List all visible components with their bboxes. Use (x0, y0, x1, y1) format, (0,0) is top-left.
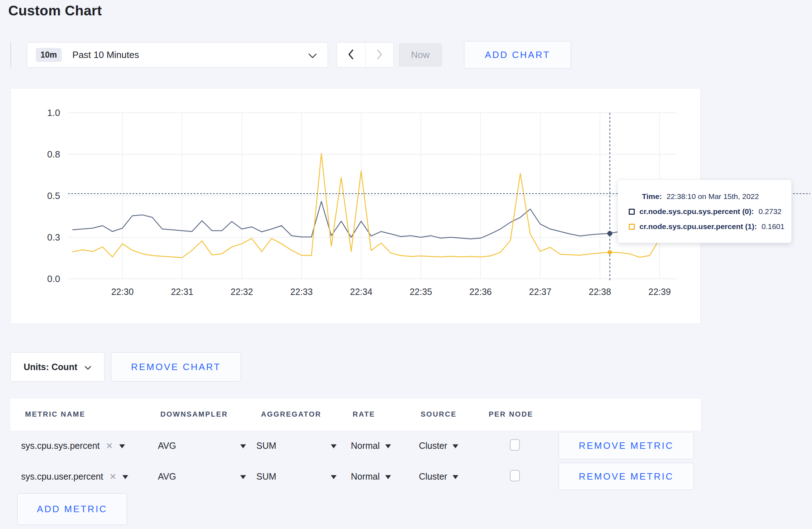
caret-down-icon (240, 475, 246, 479)
svg-text:0.3: 0.3 (47, 232, 60, 243)
column-header-metric-name: METRIC NAME (25, 410, 86, 418)
svg-text:0.0: 0.0 (47, 273, 60, 284)
toolbar-divider (10, 42, 11, 68)
caret-down-icon (331, 445, 337, 448)
svg-text:22:36: 22:36 (469, 287, 492, 297)
per-node-checkbox[interactable] (510, 470, 520, 481)
tooltip-time-row: Time: 22:38:10 on Mar 15th, 2022 (642, 189, 791, 204)
aggregator-select[interactable]: SUM (256, 471, 337, 482)
clear-metric-icon[interactable]: ✕ (106, 441, 113, 451)
svg-text:22:31: 22:31 (171, 287, 193, 297)
caret-down-icon (453, 445, 458, 448)
svg-text:22:35: 22:35 (410, 287, 432, 297)
custom-chart-page: Custom Chart 10m Past 10 Minutes Now ADD… (0, 0, 812, 529)
caret-down-icon (240, 445, 246, 448)
svg-text:22:34: 22:34 (350, 287, 373, 297)
metric-row-user: sys.cpu.user.percent ✕ AVG SUM Normal Cl… (10, 463, 701, 490)
next-range-button[interactable] (365, 43, 394, 67)
column-header-per-node: PER NODE (489, 410, 533, 418)
downsampler-select[interactable]: AVG (158, 441, 246, 451)
timescale-badge: 10m (36, 48, 62, 62)
caret-down-icon (385, 475, 391, 479)
metric-name-select[interactable]: sys.cpu.user.percent ✕ (21, 471, 128, 482)
chart-tooltip: Time: 22:38:10 on Mar 15th, 2022 cr.node… (618, 180, 792, 243)
rate-select[interactable]: Normal (351, 441, 391, 451)
chevron-down-icon (84, 362, 91, 372)
svg-text:22:37: 22:37 (529, 287, 552, 297)
caret-down-icon (119, 445, 125, 448)
rate-value: Normal (351, 471, 380, 482)
rate-select[interactable]: Normal (351, 471, 391, 482)
page-title: Custom Chart (8, 3, 102, 19)
svg-text:22:32: 22:32 (231, 287, 253, 297)
column-header-downsampler: DOWNSAMPLER (160, 410, 228, 418)
tooltip-time-value: 22:38:10 on Mar 15th, 2022 (667, 192, 759, 201)
source-value: Cluster (419, 471, 447, 482)
downsampler-value: AVG (158, 441, 176, 451)
user-series-swatch-icon (629, 224, 635, 230)
now-button[interactable]: Now (399, 43, 442, 67)
add-metric-button[interactable]: ADD METRIC (17, 493, 127, 525)
svg-text:22:39: 22:39 (648, 287, 671, 297)
remove-metric-button[interactable]: REMOVE METRIC (559, 432, 694, 459)
chevron-left-icon (347, 49, 354, 61)
tooltip-series-row: cr.node.sys.cpu.sys.percent (0): 0.2732 (629, 204, 791, 219)
metric-name-value: sys.cpu.user.percent (21, 471, 103, 482)
units-label: Units: Count (24, 362, 77, 372)
tooltip-sys-name: cr.node.sys.cpu.sys.percent (0): (639, 207, 754, 216)
svg-text:1.0: 1.0 (47, 107, 60, 118)
caret-down-icon (453, 475, 458, 479)
caret-down-icon (122, 475, 128, 479)
caret-down-icon (331, 475, 337, 479)
chart-card: 0.00.30.50.81.022:3022:3122:3222:3322:34… (10, 88, 701, 324)
timescale-dropdown[interactable]: 10m Past 10 Minutes (27, 42, 328, 68)
remove-chart-button[interactable]: REMOVE CHART (111, 352, 241, 382)
svg-text:0.5: 0.5 (47, 190, 60, 201)
clear-metric-icon[interactable]: ✕ (109, 471, 116, 481)
tooltip-sys-value: 0.2732 (759, 207, 782, 216)
column-header-aggregator: AGGREGATOR (261, 410, 322, 418)
sys-series-swatch-icon (629, 209, 635, 215)
chevron-right-icon (376, 49, 383, 61)
aggregator-value: SUM (256, 441, 276, 451)
timeseries-plot[interactable]: 0.00.30.50.81.022:3022:3122:3222:3322:34… (11, 88, 701, 324)
svg-text:22:30: 22:30 (111, 287, 134, 297)
metrics-table-header: METRIC NAME DOWNSAMPLER AGGREGATOR RATE … (10, 399, 701, 431)
source-select[interactable]: Cluster (419, 471, 458, 482)
chevron-down-icon (308, 53, 317, 60)
downsampler-value: AVG (158, 471, 176, 482)
tooltip-user-value: 0.1601 (762, 222, 784, 231)
rate-value: Normal (351, 441, 380, 451)
svg-text:22:38: 22:38 (589, 287, 611, 297)
source-select[interactable]: Cluster (419, 441, 458, 451)
metric-row-sys: sys.cpu.sys.percent ✕ AVG SUM Normal Clu… (10, 432, 701, 459)
prev-range-button[interactable] (337, 43, 365, 67)
metric-name-select[interactable]: sys.cpu.sys.percent ✕ (21, 441, 125, 451)
source-value: Cluster (419, 441, 447, 451)
tooltip-user-name: cr.node.sys.cpu.user.percent (1): (639, 222, 757, 231)
tooltip-time-label: Time: (642, 192, 662, 201)
svg-text:0.8: 0.8 (47, 149, 60, 160)
downsampler-select[interactable]: AVG (158, 471, 246, 482)
timescale-label: Past 10 Minutes (72, 49, 139, 60)
aggregator-value: SUM (256, 471, 276, 482)
units-dropdown[interactable]: Units: Count (10, 352, 105, 382)
svg-text:22:33: 22:33 (290, 287, 313, 297)
tooltip-series-row: cr.node.sys.cpu.user.percent (1): 0.1601 (629, 219, 791, 234)
column-header-source: SOURCE (421, 410, 457, 418)
remove-metric-button[interactable]: REMOVE METRIC (559, 463, 694, 490)
column-header-rate: RATE (353, 410, 375, 418)
metric-name-value: sys.cpu.sys.percent (21, 441, 100, 451)
time-range-nav (337, 42, 394, 68)
per-node-checkbox[interactable] (510, 439, 520, 451)
add-chart-button[interactable]: ADD CHART (464, 41, 571, 69)
aggregator-select[interactable]: SUM (256, 441, 337, 451)
caret-down-icon (385, 445, 391, 448)
